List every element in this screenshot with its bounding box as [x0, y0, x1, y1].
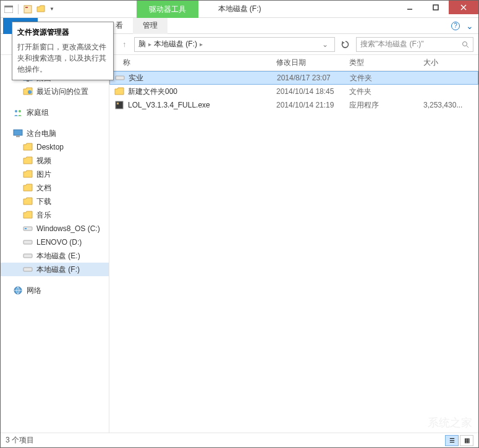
column-type[interactable]: 类型 — [344, 57, 418, 68]
svg-rect-21 — [23, 268, 32, 271]
file-row[interactable]: 实业 2014/8/17 23:07 文件夹 — [109, 71, 478, 85]
sidebar-label: 下载 — [36, 197, 51, 207]
drive-icon — [23, 264, 33, 274]
icons-view-button[interactable]: ▦ — [460, 435, 473, 446]
svg-rect-3 — [25, 7, 28, 8]
details-view-button[interactable]: ☰ — [445, 435, 459, 446]
breadcrumb-sep-icon[interactable]: ▸ — [148, 41, 151, 48]
drive-icon — [115, 73, 125, 83]
column-name[interactable]: 称 — [109, 57, 271, 68]
breadcrumb-pc-partial[interactable]: 脑 — [138, 39, 146, 49]
expand-ribbon-icon[interactable]: ⌄ — [466, 21, 473, 31]
sidebar-item-lenovo-d[interactable]: LENOVO (D:) — [1, 235, 109, 249]
sidebar-item-recent[interactable]: 最近访问的位置 — [1, 85, 109, 98]
tab-manage[interactable]: 管理 — [133, 18, 167, 34]
window-controls — [397, 1, 478, 14]
file-row[interactable]: 新建文件夹000 2014/10/14 18:45 文件夹 — [109, 85, 478, 98]
exe-icon — [114, 100, 124, 110]
svg-rect-19 — [23, 240, 32, 244]
window-title: 本地磁盘 (F:) — [218, 4, 261, 14]
breadcrumb-drive[interactable]: 本地磁盘 (F:) — [154, 39, 197, 49]
tooltip-body: 打开新窗口，更改高级文件夹和搜索选项，以及执行其他操作。 — [17, 41, 108, 75]
sidebar-item-pictures[interactable]: 图片 — [1, 167, 109, 181]
homegroup-icon — [13, 108, 23, 117]
tooltip-title: 文件资源管理器 — [17, 27, 108, 38]
breadcrumb-sep-icon[interactable]: ▸ — [200, 41, 203, 48]
search-icon[interactable] — [462, 41, 469, 48]
properties-icon[interactable] — [22, 4, 33, 15]
sidebar-label: Desktop — [36, 143, 64, 151]
file-type-cell: 文件夹 — [345, 73, 419, 83]
sidebar-label: LENOVO (D:) — [36, 238, 82, 247]
file-row[interactable]: LOL_V3.1.3.4_FULL.exe 2014/10/14 21:19 应… — [109, 98, 478, 112]
file-menu-tooltip: 文件资源管理器 打开新窗口，更改高级文件夹和搜索选项，以及执行其他操作。 — [12, 22, 114, 80]
sidebar-item-homegroup[interactable]: 家庭组 — [1, 106, 109, 119]
close-button[interactable] — [449, 1, 478, 14]
maximize-button[interactable] — [423, 1, 449, 14]
svg-point-8 — [463, 41, 467, 46]
svg-rect-25 — [117, 103, 119, 104]
sidebar-item-desktop-en[interactable]: Desktop — [1, 140, 109, 154]
sidebar-item-network[interactable]: 网络 — [1, 284, 109, 297]
svg-point-14 — [19, 110, 21, 112]
folder-icon — [23, 183, 33, 193]
sidebar-label: 图片 — [36, 169, 51, 180]
sidebar-item-downloads2[interactable]: 下载 — [1, 195, 109, 208]
sidebar-item-drive-e[interactable]: 本地磁盘 (E:) — [1, 249, 109, 263]
help-icon[interactable]: ? — [451, 22, 460, 30]
network-icon — [13, 285, 23, 295]
sidebar-label: 本地磁盘 (F:) — [36, 264, 80, 275]
qat-dropdown-icon[interactable]: ▼ — [49, 6, 54, 12]
svg-line-9 — [467, 46, 468, 48]
file-date-cell: 2014/10/14 21:19 — [271, 101, 344, 109]
sidebar-label: 文档 — [36, 183, 51, 193]
file-name-cell: LOL_V3.1.3.4_FULL.exe — [109, 100, 271, 110]
sidebar-label: 音乐 — [36, 210, 51, 221]
sidebar-label: 这台电脑 — [27, 129, 56, 139]
sidebar-label: 网络 — [27, 285, 41, 296]
breadcrumb[interactable]: 脑 ▸ 本地磁盘 (F:) ▸ ⌄ — [134, 37, 335, 52]
file-name-cell: 实业 — [110, 73, 272, 83]
svg-rect-1 — [4, 6, 13, 7]
sidebar-item-os-c[interactable]: Windows8_OS (C:) — [1, 222, 109, 235]
new-folder-icon[interactable] — [36, 4, 47, 15]
item-count: 3 个项目 — [6, 435, 34, 446]
svg-rect-24 — [116, 101, 123, 109]
svg-rect-23 — [116, 76, 124, 80]
view-mode-buttons: ☰ ▦ — [445, 435, 473, 446]
sidebar-item-this-pc[interactable]: 这台电脑 — [1, 127, 109, 140]
breadcrumb-dropdown-icon[interactable]: ⌄ — [320, 40, 331, 49]
search-input[interactable]: 搜索"本地磁盘 (F:)" — [356, 37, 473, 52]
svg-rect-18 — [25, 228, 27, 229]
search-placeholder: 搜索"本地磁盘 (F:)" — [360, 39, 424, 49]
sidebar-label: 视频 — [36, 156, 51, 166]
folder-icon — [23, 197, 33, 206]
refresh-button[interactable] — [337, 40, 354, 49]
file-name: 新建文件夹000 — [128, 87, 177, 97]
drive-icon — [23, 237, 33, 247]
file-list-pane: 称 修改日期 类型 大小 实业 2014/8/17 23:07 文件夹 新建文件… — [109, 55, 478, 433]
sidebar-label: 本地磁盘 (E:) — [36, 251, 80, 261]
svg-rect-11 — [27, 80, 29, 82]
sidebar-item-drive-f[interactable]: 本地磁盘 (F:) — [1, 263, 109, 276]
window-icon[interactable] — [3, 4, 14, 15]
computer-icon — [13, 129, 23, 138]
file-date-cell: 2014/8/17 23:07 — [272, 74, 345, 82]
sidebar-label: 最近访问的位置 — [36, 87, 88, 97]
sidebar-item-documents[interactable]: 文档 — [1, 181, 109, 195]
column-size[interactable]: 大小 — [418, 57, 468, 68]
drive-icon — [23, 224, 33, 234]
file-type-cell: 文件夹 — [344, 87, 418, 97]
minimize-button[interactable] — [397, 1, 423, 14]
status-bar: 3 个项目 ☰ ▦ — [1, 433, 478, 447]
column-date[interactable]: 修改日期 — [271, 57, 344, 68]
sidebar-item-videos[interactable]: 视频 — [1, 154, 109, 167]
main-area: 下载 桌面 最近访问的位置 家庭组 这台电脑 Desktop 视频 — [1, 55, 478, 433]
file-list[interactable]: 实业 2014/8/17 23:07 文件夹 新建文件夹000 2014/10/… — [109, 71, 478, 433]
svg-rect-15 — [14, 130, 22, 135]
sidebar-item-music[interactable]: 音乐 — [1, 208, 109, 222]
folder-icon — [114, 87, 124, 96]
up-button[interactable]: ↑ — [117, 37, 132, 52]
file-size-cell: 3,253,430... — [418, 101, 468, 109]
svg-rect-20 — [23, 254, 32, 258]
